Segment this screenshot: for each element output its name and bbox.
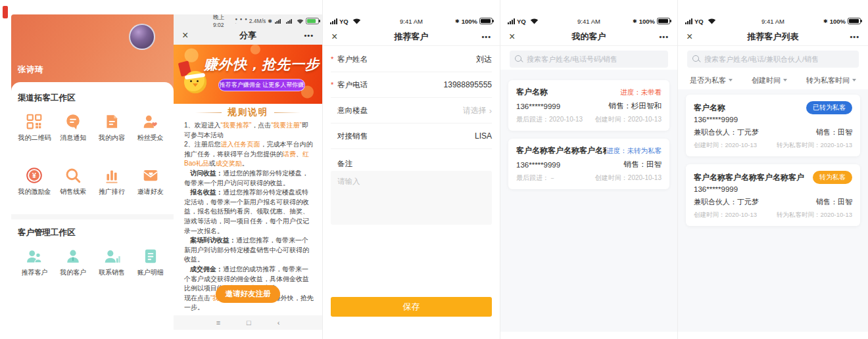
grid-item-label: 推荐客户 [21, 268, 47, 277]
grid-item-fans[interactable]: 粉丝受众 [131, 113, 170, 152]
grid-item-my-qrcode[interactable]: 我的二维码 [15, 113, 54, 152]
battery-percent: 100% [639, 18, 655, 25]
created-time: 创建时间：2020-10-13 [694, 211, 757, 219]
android-home-icon[interactable]: □ [247, 319, 251, 327]
more-icon[interactable]: ••• [481, 33, 491, 41]
grid-item-label: 消息通知 [60, 133, 86, 143]
grid-item-contact-sales[interactable]: 联系销售 [93, 248, 132, 287]
section-divider [11, 214, 174, 219]
grid-item-label: 推广排行 [99, 187, 125, 196]
workspace1-title: 渠道拓客工作区 [11, 93, 174, 104]
search-input[interactable] [510, 51, 668, 68]
partner: 兼职合伙人：丁元梦 [694, 197, 759, 207]
customer-name: 客户名称 [694, 102, 725, 114]
bluetooth-icon: ✱ [268, 18, 272, 24]
grid-item-notifications[interactable]: 消息通知 [54, 113, 93, 152]
grid-item-refer-customer[interactable]: 推荐客户 [15, 248, 54, 287]
required-asterisk: * [331, 55, 335, 63]
field-label: 对接销售 [337, 131, 368, 141]
sales-person: 销售：田智 [816, 197, 852, 207]
last-followup: 最后跟进：2020-10-13 [516, 115, 583, 124]
status-bar: YQ 9:41 AM ✱ 100% [323, 16, 500, 26]
grid-item-account-detail[interactable]: 账户明细 [131, 248, 170, 287]
filter-private-status[interactable]: 是否为私客 [690, 76, 733, 85]
avatar[interactable] [129, 24, 155, 50]
more-icon[interactable]: ••• [304, 32, 314, 39]
banner-pill-button[interactable]: 推荐客户赚佣金 让更多人帮你赚 [218, 79, 305, 91]
form-row-customer-name[interactable]: * 客户姓名 刘达 [331, 47, 492, 72]
grid-item-label: 销售线索 [60, 187, 86, 196]
page-title: 分享 [174, 30, 322, 41]
panel-refer-customer-form: YQ 9:41 AM ✱ 100% × 推荐客户 ••• * 客户姓名 刘达 *… [322, 0, 500, 339]
android-statusbar-area: 晚上9:02 ● ● ● · 2.4M/s ✱ × 分享 ••• [174, 14, 322, 45]
more-icon[interactable]: ••• [850, 33, 859, 41]
workspace2-title: 客户管理工作区 [11, 227, 174, 238]
grid-item-incentive[interactable]: ¥ 我的激励金 [15, 167, 54, 206]
created-time: 创建时间：2020-10-13 [694, 141, 757, 150]
wifi-icon [297, 18, 304, 24]
battery-icon [848, 18, 861, 24]
incentive-coin-icon: ¥ [26, 167, 43, 184]
dropdown-arrow-icon [852, 79, 856, 81]
dropdown-arrow-icon [729, 79, 733, 81]
filter-bar: 是否为私客 创建时间 转为私客时间 [678, 71, 868, 89]
android-back-icon[interactable]: ‹ [277, 319, 280, 327]
converted-badge[interactable]: 已转为私客 [806, 101, 852, 114]
form-row-assigned-sales[interactable]: 对接销售 LISA [331, 124, 492, 149]
battery-percent: 100% [830, 18, 846, 25]
grid-item-my-content[interactable]: 我的内容 [93, 113, 132, 152]
customer-phone: 136*****9999 [516, 161, 560, 169]
save-button[interactable]: 保存 [331, 297, 492, 317]
created-time: 创建时间：2020-10-13 [595, 115, 662, 124]
invite-register-button[interactable]: 邀请好友注册 [216, 285, 280, 303]
customer-card[interactable]: 客户名称 进度：未带看 136*****9999 销售：杉田智和 最后跟进：20… [508, 80, 669, 131]
android-menu-icon[interactable]: ≡ [216, 319, 220, 327]
panel-my-customers: YQ 9:41 AM ✱ 100% × 我的客户 ••• 客户名称 进度：未带看 [500, 0, 677, 339]
filter-converted-time[interactable]: 转为私客时间 [806, 76, 856, 85]
page-title: 推荐客户列表 [678, 31, 868, 43]
referred-customer-card[interactable]: 客户名称客户名称客户名称客户… 转为私客 136*****9999 兼职合伙人：… [686, 164, 860, 226]
grid-item-invite-friends[interactable]: 邀请好友 [131, 167, 170, 206]
workspace2-grid: 推荐客户 我的客户 联系销售 账户明细 [11, 248, 174, 287]
form-row-customer-phone[interactable]: * 客户电话 13988895555 [331, 72, 492, 98]
title-dash-right [274, 112, 301, 113]
property-select-placeholder[interactable]: 请选择 [463, 105, 487, 116]
search-input[interactable] [687, 51, 859, 68]
customer-phone-value[interactable]: 13988895555 [444, 80, 492, 89]
converted-time: 转为私客时间：2020-10-13 [777, 211, 852, 219]
grid-item-my-customer[interactable]: 我的客户 [54, 248, 93, 287]
form-row-intended-property[interactable]: 意向楼盘 请选择 › [331, 98, 492, 124]
customer-card[interactable]: 客户名称客户名称客户名称客户… 进度：未转为私客 136*****9999 销售… [508, 139, 669, 189]
last-followup: 最后跟进：－ [516, 173, 556, 183]
grid-item-label: 粉丝受众 [137, 133, 164, 143]
customer-card-list: 客户名称 进度：未带看 136*****9999 销售：杉田智和 最后跟进：20… [508, 70, 669, 189]
android-nav-bar: ≡ □ ‹ [174, 315, 322, 330]
contact-sales-icon [103, 248, 120, 265]
battery-icon [479, 18, 493, 24]
created-time: 创建时间：2020-10-13 [595, 173, 662, 183]
assigned-sales-value[interactable]: LISA [475, 131, 492, 141]
grid-item-label: 邀请好友 [137, 187, 164, 196]
grid-item-sales-leads[interactable]: 销售线索 [54, 167, 93, 206]
field-label: 客户电话 [337, 80, 368, 90]
page-title: 我的客户 [500, 31, 677, 43]
grid-item-ranking[interactable]: 推广排行 [93, 167, 132, 206]
notes-textarea[interactable] [331, 171, 492, 225]
customer-name-value[interactable]: 刘达 [476, 54, 492, 65]
required-asterisk: * [331, 81, 335, 89]
promo-banner[interactable]: 赚外快，抢先一步 推荐客户赚佣金 让更多人帮你赚 [174, 45, 322, 104]
sales-person: 销售：田智 [816, 127, 852, 137]
screenshot-canvas: 张诗琦 渠道拓客工作区 我的二维码 消息通知 我的内容 粉丝受众 [0, 0, 868, 339]
referred-customer-card[interactable]: 客户名称 已转为私客 136*****9999 兼职合伙人：丁元梦 销售：田智 … [686, 95, 860, 156]
panel-profile-workspace: 张诗琦 渠道拓客工作区 我的二维码 消息通知 我的内容 粉丝受众 [0, 0, 174, 339]
refer-customer-icon [26, 248, 43, 265]
signal-icon [275, 18, 281, 23]
field-label: 客户姓名 [337, 55, 368, 64]
nav-bar: × 推荐客户 ••• [323, 28, 500, 46]
partner: 兼职合伙人：丁元梦 [694, 127, 759, 137]
more-icon[interactable]: ••• [659, 33, 669, 41]
form-row-notes-label: 备注 [331, 156, 492, 171]
filter-created-time[interactable]: 创建时间 [752, 76, 787, 85]
convert-button[interactable]: 转为私客 [813, 171, 852, 184]
screen-recording-indicator [3, 6, 8, 18]
